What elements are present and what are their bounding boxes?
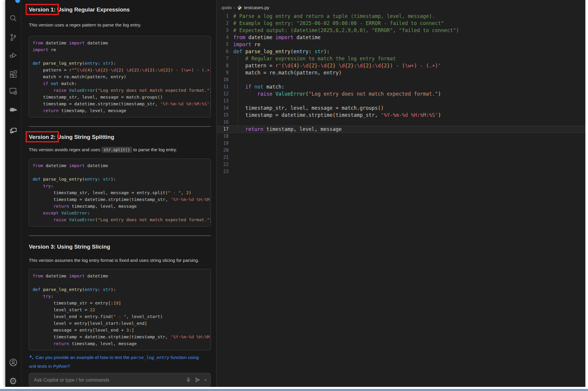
editor-code-line: match = re.match(pattern, entry) (233, 69, 585, 76)
line-number[interactable]: 23 (216, 168, 229, 175)
chat-code-line: timestamp_str, level, message = entry.sp… (33, 189, 211, 196)
notification-dot (15, 0, 20, 3)
account-icon[interactable] (8, 357, 18, 367)
extensions-icon[interactable] (8, 69, 18, 79)
editor-code-line: return timestamp, level, message (233, 126, 585, 133)
chat-code-line: timestamp = datetime.strptime(timestamp_… (33, 100, 211, 107)
chat-code-line: timestamp = datetime.strptime(timestamp_… (33, 333, 211, 340)
line-number[interactable]: 11 (216, 83, 229, 90)
line-number[interactable]: 1 (216, 13, 229, 20)
chat-code-line: level_start = 22 (33, 306, 211, 313)
chat-code-line: timestamp = datetime.strptime(timestamp_… (33, 196, 211, 203)
chat-code-line: timestamp_str, level, message = match.gr… (33, 94, 211, 100)
chat-bottom-bar: Can you provide an example of how to tes… (21, 352, 216, 387)
chat-code-line: timestamp_str = entry[:19] (33, 300, 211, 306)
bottom-margin (0, 387, 588, 389)
line-number[interactable]: 17 (216, 126, 229, 133)
editor-code-line: pattern = r'(\d{4}-\d{2}-\d{2} \d{2}:\d{… (233, 62, 585, 69)
section-divider (29, 235, 211, 236)
editor-code-line: def parse_log_entry(entry: str): (233, 48, 585, 55)
editor-code-line: from datetime import datetime (233, 34, 585, 41)
editor-code-line: if not match: (233, 83, 585, 90)
chat-input[interactable] (34, 377, 182, 383)
editor-code-line: import re (233, 41, 585, 48)
chat-code-line: level = entry[level_start:level_end] (33, 320, 211, 327)
chat-code-line: level_end = entry.find(" - ", level_star… (33, 313, 211, 320)
editor-code-line: raise ValueError("Log entry does not mat… (233, 90, 585, 97)
editor-code-line: timestamp_str, level, message = match.gr… (233, 104, 585, 112)
line-number[interactable]: 20 (216, 147, 229, 154)
search-icon[interactable] (8, 13, 18, 23)
breadcrumb-separator-icon: › (234, 5, 235, 10)
line-number[interactable]: 18 (216, 133, 229, 140)
chat-section-description: This version assumes the log entry forma… (29, 256, 211, 264)
line-number[interactable]: 9 (216, 69, 229, 76)
remote-explorer-icon[interactable] (8, 86, 18, 96)
chat-code-line (33, 53, 211, 60)
line-number[interactable]: 5 (216, 41, 229, 48)
editor-code-line (233, 161, 585, 168)
inline-code: str.split() (101, 147, 132, 153)
line-number[interactable]: 4 (216, 34, 229, 41)
chat-code-line: import re (33, 46, 211, 53)
line-number[interactable]: 14 (216, 104, 229, 112)
line-number[interactable]: 22 (216, 161, 229, 168)
chat-code-line: from datetime import datetime (33, 162, 211, 169)
line-number[interactable]: 19 (216, 140, 229, 147)
line-number[interactable]: 15 (216, 112, 229, 119)
chat-code-line: return timestamp, level, message (33, 107, 211, 114)
chat-code-line: try: (33, 182, 211, 189)
chat-section-description: This version avoids regex and uses str.s… (29, 146, 211, 154)
chat-code-line: if not match: (33, 80, 211, 87)
line-number[interactable]: 13 (216, 97, 229, 104)
screenshot-frame: ⚙ Version 1: Using Regular ExpressionsTh… (0, 0, 588, 391)
editor-code-line (233, 97, 585, 104)
settings-gear-icon[interactable]: ⚙ (8, 376, 18, 386)
breadcrumb-folder[interactable]: .qodo (220, 5, 232, 10)
chat-code-line (33, 279, 211, 286)
bottom-window-edge (0, 389, 588, 391)
chat-section-description: This version uses a regex pattern to par… (29, 21, 211, 29)
chat-message-area: Version 1: Using Regular ExpressionsThis… (21, 0, 216, 387)
line-number[interactable]: 7 (216, 55, 229, 62)
source-control-icon[interactable] (8, 32, 18, 42)
line-number[interactable]: 16 (216, 119, 229, 126)
send-icon[interactable] (194, 377, 201, 383)
editor-code-line: timestamp = datetime.strptime(timestamp_… (233, 112, 585, 119)
line-number[interactable]: 8 (216, 62, 229, 69)
line-number[interactable]: 12 (216, 90, 229, 97)
python-file-icon (237, 5, 242, 10)
editor-code-line: # Regular expression to match the log en… (233, 55, 585, 62)
chat-code-line: message = entry[level_end + 3:] (33, 327, 211, 333)
chat-code-line: pattern = r"^(\d{4}-\d{2}-\d{2} \d{2}:\d… (33, 66, 211, 73)
editor-code-line: # Parse a log entry and return a tuple (… (233, 13, 585, 20)
chat-section: Version 2: Using String SplittingThis ve… (29, 126, 211, 227)
line-number[interactable]: 2 (216, 20, 229, 27)
editor-code-line (233, 133, 585, 140)
chat-icon[interactable] (8, 126, 18, 136)
chat-code-line: return timestamp, level, message (33, 340, 211, 347)
run-and-debug-icon[interactable] (8, 50, 18, 60)
send-options-chevron-icon[interactable] (204, 378, 207, 382)
microphone-icon[interactable] (185, 377, 191, 383)
suggestion-code-ref: parse_log_entry (131, 355, 169, 360)
vscode-window: ⚙ Version 1: Using Regular ExpressionsTh… (5, 0, 585, 387)
chat-section-heading: Version 1: Using Regular Expressions (29, 6, 211, 14)
line-number[interactable]: 6 (216, 48, 229, 55)
followup-suggestion-link[interactable]: Can you provide an example of how to tes… (29, 353, 211, 370)
chat-code-line: from datetime import datetime (33, 272, 211, 279)
suggestion-text-2: function using (169, 355, 199, 360)
chat-code-line: except ValueError: (33, 209, 211, 216)
chat-code-line: match = re.match(pattern, entry) (33, 73, 211, 80)
breadcrumb[interactable]: .qodo › testcases.py (220, 4, 269, 11)
editor-code-line (233, 140, 585, 147)
line-number[interactable]: 3 (216, 27, 229, 34)
chat-section-heading: Version 2: Using String Splitting (29, 133, 211, 141)
editor-code-line: # Expected output: (datetime(2025,6,2,9,… (233, 27, 585, 34)
line-number[interactable]: 21 (216, 154, 229, 161)
editor-code-line (233, 76, 585, 83)
line-number[interactable]: 10 (216, 76, 229, 83)
chat-section: Version 3: Using String SlicingThis vers… (29, 235, 211, 350)
editor-pane[interactable]: .qodo › testcases.py 1234567891011121314… (216, 0, 585, 387)
qodo-icon[interactable] (8, 105, 18, 115)
